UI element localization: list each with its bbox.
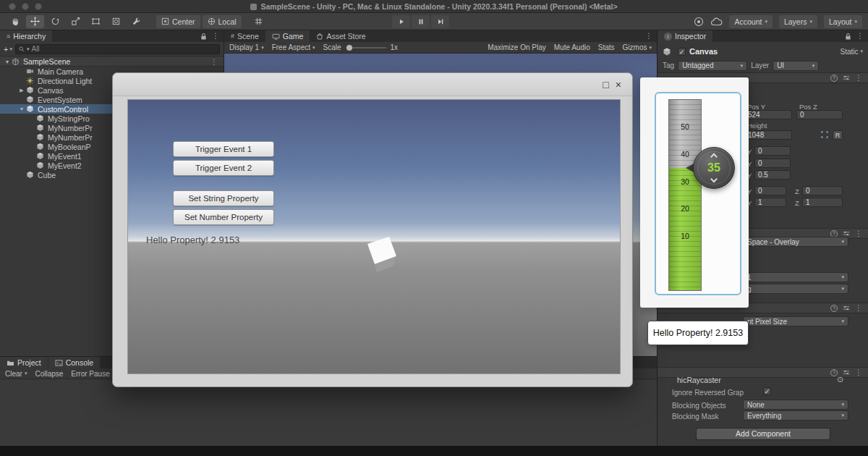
presets-icon[interactable]: [843, 305, 850, 311]
cloud-collab-icon[interactable]: [710, 17, 723, 26]
aspect-dropdown[interactable]: Free Aspect▾: [272, 43, 315, 51]
custom-slider-control[interactable]: 50 40 30 20 10 35: [655, 92, 741, 295]
layout-dropdown[interactable]: Layout▾: [824, 15, 862, 28]
shader-channels-dropdown[interactable]: g▾: [743, 284, 848, 294]
console-log-area[interactable]: [0, 379, 657, 456]
hierarchy-search-input[interactable]: ▾ All: [15, 44, 220, 54]
zoom-window-button[interactable]: [35, 3, 42, 10]
pause-button[interactable]: [412, 15, 430, 28]
scale-slider[interactable]: Scale1x: [323, 43, 399, 51]
mute-audio-toggle[interactable]: Mute Audio: [554, 43, 590, 51]
rect-tool-button[interactable]: [87, 15, 105, 28]
kebab-icon[interactable]: ⋮: [855, 369, 862, 376]
scale-slider-track[interactable]: [346, 47, 386, 48]
tab-scene[interactable]: #Scene: [224, 30, 265, 42]
scale-y-field[interactable]: 1: [754, 198, 786, 207]
object-picker-icon[interactable]: ⊙: [837, 376, 843, 384]
clear-button[interactable]: Clear▾: [5, 370, 27, 378]
height-field[interactable]: 1048: [744, 130, 792, 140]
anchor-field[interactable]: 0: [754, 146, 791, 156]
chevron-down-icon[interactable]: [710, 176, 718, 183]
trigger-event-2-button[interactable]: Trigger Event 2: [173, 160, 274, 176]
set-string-property-button[interactable]: Set String Property: [173, 190, 274, 206]
tab-console[interactable]: Console: [48, 357, 101, 368]
pivot-field[interactable]: 0.5: [754, 170, 791, 180]
pos-z-field[interactable]: 0: [796, 110, 843, 119]
kebab-icon[interactable]: ⋮: [855, 230, 862, 237]
lock-icon[interactable]: [845, 33, 851, 41]
layers-dropdown[interactable]: Layers▾: [779, 15, 817, 28]
kebab-icon[interactable]: ⋮: [212, 33, 219, 40]
layer-dropdown[interactable]: UI▾: [773, 61, 819, 71]
active-checkbox[interactable]: ✓: [678, 48, 686, 56]
services-icon[interactable]: [694, 17, 704, 27]
close-icon[interactable]: ×: [616, 80, 621, 90]
foldout-caret-icon[interactable]: ▼: [3, 59, 12, 64]
slider-knob[interactable]: 35: [693, 147, 735, 189]
collapse-toggle[interactable]: Collapse: [35, 370, 63, 378]
add-component-button[interactable]: Add Component: [696, 428, 830, 440]
standalone-game-window[interactable]: □ × Trigger Event 1 Trigger Event 2 Set …: [112, 72, 633, 387]
kebab-icon[interactable]: ⋮: [856, 33, 864, 40]
anchor-field[interactable]: 0: [754, 159, 791, 168]
presets-icon[interactable]: [843, 230, 850, 237]
render-mode-dropdown[interactable]: Space - Overlay▾: [743, 237, 848, 247]
ui-scale-mode-dropdown[interactable]: nt Pixel Size▾: [743, 316, 848, 326]
game-window-titlebar[interactable]: □ ×: [113, 73, 632, 96]
pos-y-field[interactable]: 524: [744, 110, 792, 119]
game-render[interactable]: Trigger Event 1 Trigger Event 2 Set Stri…: [127, 99, 621, 374]
help-icon[interactable]: ?: [830, 75, 838, 82]
error-pause-toggle[interactable]: Error Pause: [71, 370, 109, 378]
tab-asset-store[interactable]: Asset Store: [310, 30, 372, 42]
custom-tool-button[interactable]: [127, 15, 145, 28]
kebab-icon[interactable]: ⋮: [855, 75, 862, 82]
blocking-objects-dropdown[interactable]: None▾: [743, 400, 848, 410]
tab-inspector[interactable]: iInspector: [658, 30, 712, 42]
script-field[interactable]: hicRaycaster: [677, 376, 721, 384]
maximize-icon[interactable]: □: [603, 80, 608, 90]
close-window-button[interactable]: [9, 3, 16, 10]
space-mode-button[interactable]: Local: [203, 15, 242, 28]
trigger-event-1-button[interactable]: Trigger Event 1: [173, 141, 274, 157]
tab-project[interactable]: Project: [0, 357, 48, 368]
grid-snap-icon[interactable]: [250, 15, 268, 28]
kebab-icon[interactable]: ⋮: [210, 58, 224, 66]
stats-toggle[interactable]: Stats: [598, 43, 615, 51]
tab-game[interactable]: Game: [265, 30, 310, 42]
set-number-property-button[interactable]: Set Number Property: [173, 209, 274, 225]
raw-edit-toggle[interactable]: R: [833, 130, 843, 140]
hand-tool-button[interactable]: [6, 15, 24, 28]
ignore-reversed-checkbox[interactable]: ✓: [763, 387, 771, 395]
rotation-z-field[interactable]: 0: [802, 186, 843, 195]
static-dropdown[interactable]: Static▾: [840, 48, 863, 56]
target-display-dropdown[interactable]: 1▾: [743, 272, 848, 282]
rotate-tool-button[interactable]: [46, 15, 64, 28]
scale-tool-button[interactable]: [67, 15, 85, 28]
account-dropdown[interactable]: Account▾: [729, 15, 772, 28]
presets-icon[interactable]: [843, 369, 850, 376]
move-tool-button[interactable]: [26, 15, 44, 28]
scale-slider-knob[interactable]: [346, 45, 352, 51]
hierarchy-scene-row[interactable]: ▼ SampleScene ⋮: [0, 57, 224, 67]
gizmos-dropdown[interactable]: Gizmos▾: [623, 43, 652, 51]
create-object-button[interactable]: +▾: [4, 45, 12, 54]
foldout-caret-icon[interactable]: ▼: [17, 106, 26, 111]
chevron-up-icon[interactable]: [710, 153, 718, 161]
kebab-icon[interactable]: ⋮: [855, 305, 862, 312]
display-dropdown[interactable]: Display 1▾: [229, 43, 264, 51]
scale-z-field[interactable]: 1: [802, 198, 843, 207]
transform-tool-button[interactable]: [107, 15, 125, 28]
presets-icon[interactable]: [843, 75, 850, 81]
kebab-icon[interactable]: ⋮: [645, 33, 652, 40]
play-button[interactable]: [392, 15, 410, 28]
foldout-caret-icon[interactable]: ▶: [17, 88, 26, 93]
pivot-mode-button[interactable]: Center: [156, 15, 200, 28]
lock-icon[interactable]: [200, 33, 207, 41]
minimize-window-button[interactable]: [22, 3, 29, 10]
anchor-blend-icon[interactable]: [821, 131, 828, 138]
tag-dropdown[interactable]: Untagged▾: [678, 61, 747, 71]
help-icon[interactable]: ?: [830, 305, 838, 312]
tab-hierarchy[interactable]: ≡Hierarchy: [0, 30, 52, 42]
rotation-y-field[interactable]: 0: [754, 186, 786, 195]
step-button[interactable]: [431, 15, 449, 28]
